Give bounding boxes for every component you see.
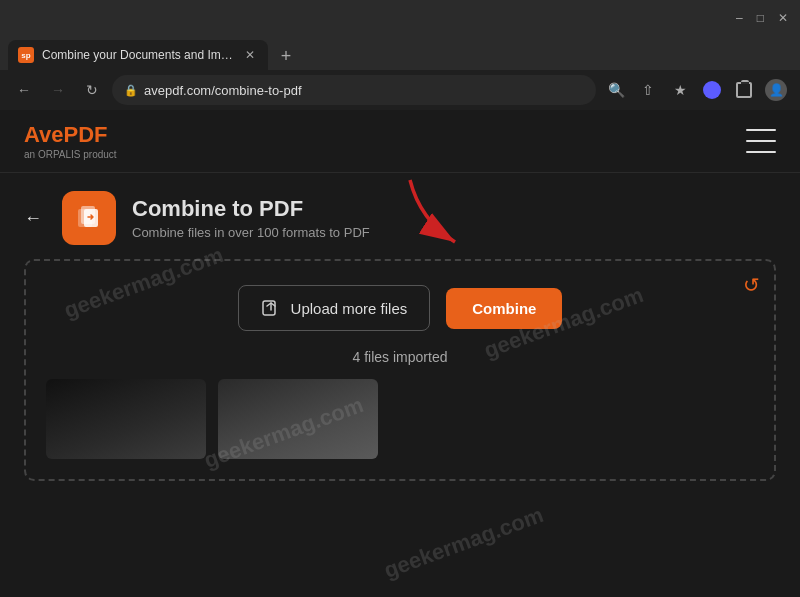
url-text: avepdf.com/combine-to-pdf xyxy=(144,83,302,98)
upload-area: ↺ Upload more files Combine 4 files impo… xyxy=(24,259,776,481)
page-content: geekermag.com geekermag.com geekermag.co… xyxy=(0,110,800,597)
back-to-tools-button[interactable]: ← xyxy=(24,208,42,229)
tab-close-button[interactable]: ✕ xyxy=(242,47,258,63)
combine-button[interactable]: Combine xyxy=(446,288,562,329)
share-icon[interactable]: ⇧ xyxy=(634,76,662,104)
tool-icon xyxy=(62,191,116,245)
maximize-icon[interactable]: □ xyxy=(753,7,768,29)
tab-favicon: sp xyxy=(18,47,34,63)
forward-button[interactable]: → xyxy=(44,76,72,104)
upload-more-label: Upload more files xyxy=(291,300,408,317)
tool-subtitle: Combine files in over 100 formats to PDF xyxy=(132,225,370,240)
bookmark-icon[interactable]: ★ xyxy=(666,76,694,104)
reset-button[interactable]: ↺ xyxy=(743,273,760,297)
logo-text: AvePDF xyxy=(24,122,117,148)
site-header: AvePDF an ORPALIS product xyxy=(0,110,800,173)
extension-icon-2[interactable] xyxy=(730,76,758,104)
file-preview-2[interactable] xyxy=(218,379,378,459)
file-previews xyxy=(46,379,754,459)
search-icon[interactable]: 🔍 xyxy=(602,76,630,104)
address-bar[interactable]: 🔒 avepdf.com/combine-to-pdf xyxy=(112,75,596,105)
logo-ave: Ave xyxy=(24,122,64,147)
logo-sub: an ORPALIS product xyxy=(24,149,117,160)
tab-title: Combine your Documents and Images t... xyxy=(42,48,234,62)
close-icon[interactable]: ✕ xyxy=(774,7,792,29)
files-count: 4 files imported xyxy=(46,349,754,365)
logo-pdf: PDF xyxy=(64,122,108,147)
svg-rect-3 xyxy=(263,301,275,315)
watermark-4: geekermag.com xyxy=(381,502,547,584)
upload-icon xyxy=(261,298,281,318)
extension-icon-1[interactable] xyxy=(698,76,726,104)
file-preview-1[interactable] xyxy=(46,379,206,459)
logo[interactable]: AvePDF an ORPALIS product xyxy=(24,122,117,160)
active-tab[interactable]: sp Combine your Documents and Images t..… xyxy=(8,40,268,70)
tool-hero: ← Combine to PDF Combine files in over 1… xyxy=(0,173,800,259)
reload-button[interactable]: ↻ xyxy=(78,76,106,104)
hamburger-menu[interactable] xyxy=(746,129,776,153)
back-button[interactable]: ← xyxy=(10,76,38,104)
profile-icon[interactable]: 👤 xyxy=(762,76,790,104)
hamburger-line-2 xyxy=(746,140,776,142)
new-tab-button[interactable]: + xyxy=(272,42,300,70)
tool-title: Combine to PDF xyxy=(132,196,370,222)
lock-icon: 🔒 xyxy=(124,84,138,97)
hamburger-line-3 xyxy=(746,151,776,153)
tool-info: Combine to PDF Combine files in over 100… xyxy=(132,196,370,240)
upload-more-files-button[interactable]: Upload more files xyxy=(238,285,431,331)
combine-pdf-icon xyxy=(74,203,104,233)
upload-buttons: Upload more files Combine xyxy=(46,285,754,331)
hamburger-line-1 xyxy=(746,129,776,131)
minimize-icon[interactable]: – xyxy=(732,7,747,29)
